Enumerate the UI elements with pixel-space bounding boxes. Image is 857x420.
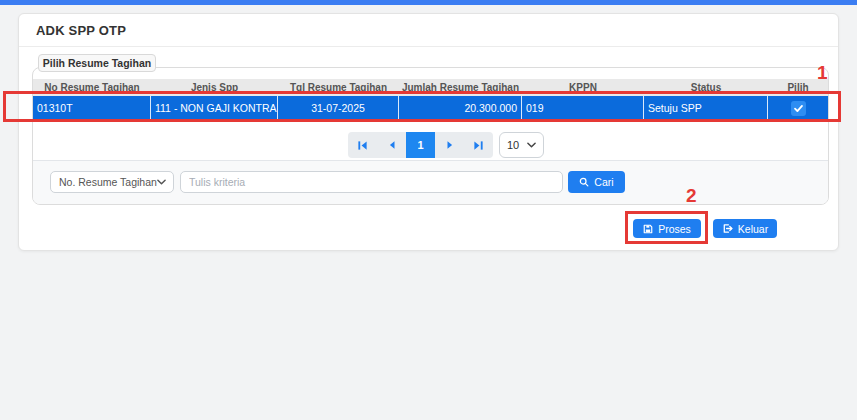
- first-page-icon: [357, 140, 368, 151]
- annotation-step-1: 1: [817, 63, 828, 82]
- pagination-prev-button[interactable]: [377, 132, 406, 158]
- search-criteria-input[interactable]: [180, 171, 563, 193]
- chevron-down-icon: [527, 142, 536, 148]
- adk-spp-otp-card: ADK SPP OTP Pilih Resume Tagihan No Resu…: [18, 13, 839, 251]
- chevron-down-icon: [157, 179, 166, 185]
- pagination-next-button[interactable]: [435, 132, 464, 158]
- panel-legend: Pilih Resume Tagihan: [38, 54, 156, 72]
- next-page-icon: [445, 140, 455, 150]
- page-size-value: 10: [507, 139, 519, 151]
- search-icon: [579, 177, 589, 187]
- pagination-first-button[interactable]: [348, 132, 377, 158]
- previous-page-icon: [387, 140, 397, 150]
- pilih-resume-tagihan-panel: No Resume Tagihan Jenis Spp Tgl Resume T…: [32, 67, 829, 205]
- card-header: ADK SPP OTP: [19, 14, 838, 47]
- annotation-box-row: [3, 91, 841, 122]
- filter-field-value: No. Resume Tagihan: [59, 176, 157, 188]
- annotation-box-proses: [625, 211, 708, 244]
- pagination-current-page[interactable]: 1: [406, 132, 435, 158]
- annotation-step-2: 2: [686, 186, 697, 205]
- pagination-last-button[interactable]: [464, 132, 493, 158]
- last-page-icon: [473, 140, 484, 151]
- cari-button-label: Cari: [594, 176, 613, 188]
- exit-icon: [722, 223, 733, 234]
- pagination: 1: [348, 132, 493, 158]
- keluar-button[interactable]: Keluar: [713, 219, 777, 238]
- page-title: ADK SPP OTP: [36, 23, 126, 38]
- keluar-button-label: Keluar: [738, 223, 768, 235]
- table-footer: No. Resume Tagihan Cari: [33, 160, 828, 204]
- page: ADK SPP OTP Pilih Resume Tagihan No Resu…: [0, 0, 857, 420]
- top-accent-bar: [0, 0, 857, 5]
- page-size-select[interactable]: 10: [499, 132, 544, 158]
- cari-button[interactable]: Cari: [568, 171, 625, 193]
- filter-field-select[interactable]: No. Resume Tagihan: [50, 171, 174, 193]
